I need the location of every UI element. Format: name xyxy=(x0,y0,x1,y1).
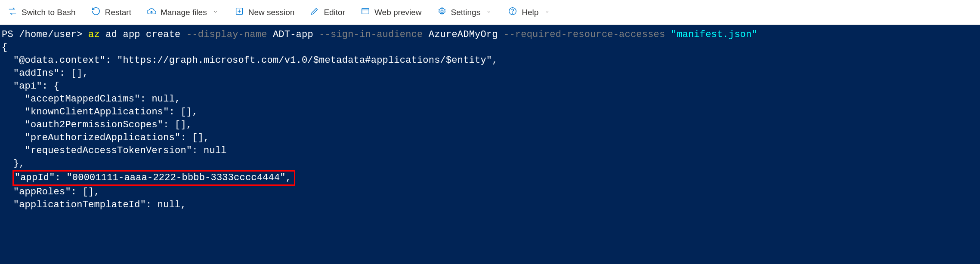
terminal-output[interactable]: PS /home/user> az ad app create --displa… xyxy=(0,25,980,264)
output-line: "acceptMappedClaims": null, xyxy=(2,94,180,104)
value-manifest: "manifest.json" xyxy=(665,29,757,40)
value-sign-in-audience: AzureADMyOrg xyxy=(423,29,504,40)
svg-rect-1 xyxy=(362,9,369,14)
switch-icon xyxy=(8,6,17,18)
output-line: "requestedAccessTokenVersion": null xyxy=(2,145,227,156)
cloud-shell-toolbar: Switch to Bash Restart Manage files New … xyxy=(0,0,980,25)
help-label: Help xyxy=(522,8,538,17)
manage-files-button[interactable]: Manage files xyxy=(145,4,221,21)
gear-icon xyxy=(437,6,447,18)
web-preview-label: Web preview xyxy=(374,8,421,17)
settings-button[interactable]: Settings xyxy=(436,4,495,21)
output-line: "knownClientApplications": [], xyxy=(2,107,198,117)
editor-button[interactable]: Editor xyxy=(308,4,347,21)
web-preview-icon xyxy=(361,6,370,18)
restart-icon xyxy=(91,6,101,18)
cloud-upload-icon xyxy=(147,6,156,18)
output-line: "oauth2PermissionScopes": [], xyxy=(2,120,192,130)
svg-point-4 xyxy=(513,13,513,13)
pencil-icon xyxy=(310,6,319,18)
settings-label: Settings xyxy=(451,8,481,17)
output-line: "applicationTemplateId": null, xyxy=(2,200,186,210)
chevron-down-icon xyxy=(544,8,550,17)
svg-point-2 xyxy=(441,10,443,12)
output-line: { xyxy=(2,42,7,53)
flag-display-name: --display-name xyxy=(186,29,267,40)
command-az: az xyxy=(83,29,100,40)
command-args: ad app create xyxy=(100,29,186,40)
manage-files-label: Manage files xyxy=(161,8,207,17)
output-line: "api": { xyxy=(2,81,59,92)
new-session-button[interactable]: New session xyxy=(233,4,297,21)
flag-sign-in-audience: --sign-in-audience xyxy=(319,29,423,40)
switch-to-bash-button[interactable]: Switch to Bash xyxy=(6,4,77,21)
web-preview-button[interactable]: Web preview xyxy=(359,4,423,21)
editor-label: Editor xyxy=(324,8,345,17)
chevron-down-icon xyxy=(212,8,219,17)
output-line: "appRoles": [], xyxy=(2,187,100,197)
prompt: PS /home/user> xyxy=(2,29,83,40)
new-session-label: New session xyxy=(248,8,295,17)
output-line: }, xyxy=(2,158,25,169)
appid-highlight: "appId": "00001111-aaaa-2222-bbbb-3333cc… xyxy=(12,170,295,186)
restart-button[interactable]: Restart xyxy=(90,4,133,21)
chevron-down-icon xyxy=(485,8,492,17)
help-icon xyxy=(508,6,517,18)
new-session-icon xyxy=(235,6,244,18)
restart-label: Restart xyxy=(105,8,131,17)
output-line: "@odata.context": "https://graph.microso… xyxy=(2,55,498,66)
flag-required-resource-accesses: --required-resource-accesses xyxy=(504,29,665,40)
output-line: "addIns": [], xyxy=(2,68,88,79)
switch-label: Switch to Bash xyxy=(22,8,76,17)
value-display-name: ADT-app xyxy=(267,29,319,40)
output-line: "preAuthorizedApplications": [], xyxy=(2,132,209,143)
help-button[interactable]: Help xyxy=(506,4,552,21)
